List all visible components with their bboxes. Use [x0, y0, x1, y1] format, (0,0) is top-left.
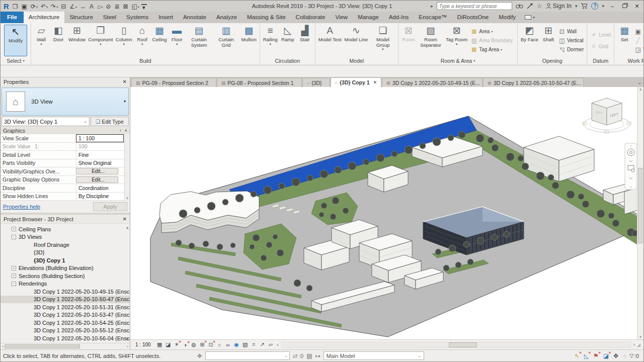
view-tab[interactable]: ⌂ {3D} — [302, 78, 330, 87]
ribbon-tab[interactable]: Modify — [494, 12, 521, 23]
visual-style[interactable]: ◪ — [164, 341, 173, 348]
selection-filter[interactable]: ▽ :0 — [629, 352, 639, 359]
hide-analytical-model[interactable]: ⌗ — [250, 341, 258, 348]
ribbon-tab[interactable]: Collaborate — [291, 12, 331, 23]
ribbon-button[interactable]: ◩By Face — [519, 24, 540, 57]
properties-help-link[interactable]: Properties help — [3, 204, 40, 210]
property-row[interactable]: Detail Level Fine — [1, 151, 124, 159]
viewcube[interactable]: LEFT LEFT — [583, 98, 631, 133]
tree-scroll-down-icon[interactable]: ∨ — [126, 337, 129, 341]
expand-icon[interactable]: + — [12, 274, 16, 278]
ribbon-small-button[interactable]: ◲Viewer — [633, 45, 643, 54]
design-options-icon[interactable]: ▤ — [306, 352, 312, 359]
ribbon-tab[interactable]: Architecture — [24, 12, 64, 23]
favorites-star-icon[interactable]: ☆ — [537, 3, 542, 10]
default-3d-view[interactable]: ⌂▾ — [96, 2, 104, 11]
ribbon-button[interactable]: ∿Model Line — [343, 24, 369, 57]
measure[interactable]: ∠▾ — [68, 2, 78, 11]
revit-logo[interactable]: R — [3, 2, 11, 11]
ribbon-small-button[interactable]: ▣Show — [633, 27, 643, 36]
lock-3d-view[interactable]: ○ — [215, 342, 224, 348]
design-options-pick-icon[interactable]: ↦ — [315, 352, 320, 359]
ribbon-tab[interactable]: Systems — [121, 12, 153, 23]
ribbon-tab[interactable]: Analyze — [211, 12, 242, 23]
thin-lines[interactable]: ≣ — [113, 2, 121, 11]
properties-filter-combo[interactable]: 3D View: {3D} Copy 1 ⌄ — [2, 117, 90, 126]
tree-item[interactable]: 3D Copy 1 2022-05-20-10-53-47 (Enscape — [1, 311, 130, 319]
print[interactable]: ⊟ — [60, 2, 67, 11]
panel-label-room-area[interactable]: Room & Area▾ — [398, 57, 517, 65]
temporary-hide-isolate[interactable]: ∞ — [224, 342, 232, 348]
ribbon-tab[interactable]: Enscape™ — [414, 12, 452, 23]
section[interactable]: ⊘ — [105, 2, 112, 11]
ribbon-button[interactable]: ▦Ceiling — [151, 24, 169, 57]
active-workset-combo[interactable]: ⌄ — [205, 351, 290, 360]
close-icon[interactable]: ✕ — [123, 79, 127, 84]
property-row[interactable]: Scale Value 1: 100 — [1, 143, 124, 151]
expand-icon[interactable]: + — [12, 227, 16, 231]
tree-item[interactable]: 3D Copy 1 2022-05-20-10-54-25 (Enscape — [1, 319, 130, 327]
search-icon[interactable] — [516, 3, 523, 9]
ribbon-small-button[interactable]: ⊠Tag Area▾ — [469, 45, 516, 54]
project-browser-header[interactable]: Project Browser - 3D Project ✕ — [1, 215, 130, 224]
ribbon-button[interactable]: ❏Model Group▾ — [369, 24, 396, 57]
help-icon[interactable]: ? — [591, 3, 598, 10]
undo[interactable]: ↶▾ — [40, 2, 49, 11]
tree-item[interactable]: 3D Copy 1 2022-05-20-10-50-47 (Enscape — [1, 296, 130, 304]
sun-path[interactable]: ☀ — [173, 341, 181, 348]
horizontal-scrollbar[interactable] — [281, 342, 631, 348]
sign-in-dropdown-icon[interactable]: ▾ — [575, 4, 578, 9]
ribbon-tab[interactable]: File — [1, 12, 24, 23]
customize-qat[interactable]: ▾ — [141, 4, 147, 10]
ribbon-button[interactable]: ▤Curtain System — [186, 24, 213, 57]
expand-icon[interactable]: − — [12, 282, 16, 286]
select-pinned-elements-toggle[interactable]: ⚑ — [593, 352, 599, 359]
communication-center-icon[interactable] — [527, 3, 533, 9]
open[interactable]: ❒ — [12, 2, 20, 11]
restore-button[interactable] — [622, 4, 627, 8]
collapse-all-icon[interactable]: » — [118, 129, 122, 131]
sync-with-central[interactable]: ⟳▾ — [30, 2, 39, 11]
tree-item[interactable]: + Elevations (Building Elevation) — [1, 264, 130, 273]
minimize-button[interactable]: – — [608, 3, 617, 9]
ribbon-button[interactable]: ▨Room Separator — [417, 24, 444, 57]
ribbon-button[interactable]: ⊠Room — [400, 24, 417, 57]
view-tab[interactable]: ◍ 3D Copy 1 2022-05-20-10-50-47 (E... — [483, 78, 584, 87]
navigation-bar[interactable] — [625, 143, 637, 190]
selection-indicator[interactable]: ○ — [623, 352, 626, 359]
tab-overflow-icon[interactable]: ⌄ — [637, 80, 641, 85]
search-collapse-icon[interactable]: ▸ — [431, 4, 433, 9]
ribbon-tab[interactable]: Add-Ins — [384, 12, 414, 23]
hscroll-right-icon[interactable]: › — [632, 342, 636, 347]
ribbon-button[interactable]: ⊞Window — [67, 24, 87, 57]
vertical-scrollbar[interactable]: ∧ ∨ — [637, 87, 643, 339]
drag-elements-on-selection-toggle[interactable]: ✥ — [613, 352, 618, 359]
ribbon-button[interactable]: ◺Ramp — [279, 24, 296, 57]
view-tab[interactable]: ▤ PG-09 - Proposed Section 2 — [131, 78, 216, 87]
tree-item[interactable]: − Renderings — [1, 280, 130, 288]
ribbon-tab[interactable]: Manage — [353, 12, 384, 23]
tree-horizontal-scrollbar[interactable]: ‹ › — [1, 343, 130, 349]
crop-view[interactable]: ⊞ — [198, 341, 207, 348]
modify-button[interactable]: ↖ Modify — [4, 25, 27, 56]
ribbon-small-button[interactable]: ⊠Area▾ — [469, 27, 516, 36]
ribbon-button[interactable]: ⊞Shaft — [540, 24, 557, 57]
switch-windows[interactable]: ◱▾ — [131, 2, 140, 11]
ribbon-button[interactable]: ⌂Roof▾ — [134, 24, 151, 57]
view-scale-button[interactable]: 1 : 100 — [132, 342, 154, 347]
displacement-sets[interactable]: ↗ — [258, 341, 267, 348]
ribbon-small-button[interactable]: ╱Ref Plane — [633, 36, 643, 45]
close-button[interactable]: ✕ — [632, 3, 641, 10]
tree-item[interactable]: + Area Plans (Gross Building) — [1, 342, 130, 343]
ribbon-display-toggle[interactable]: ▾ — [525, 12, 535, 23]
ribbon-button[interactable]: ❒Component▾ — [87, 24, 114, 57]
resize-grip[interactable]: ◢ — [637, 342, 642, 348]
close-tab-icon[interactable]: ✕ — [373, 80, 377, 85]
ribbon-tab[interactable]: Insert — [153, 12, 178, 23]
show-crop-region[interactable]: ⊡ — [207, 341, 215, 348]
property-row[interactable]: View Scale 1 : 100 — [1, 134, 124, 143]
editing-requests[interactable]: ⇄ :0 — [293, 352, 303, 359]
ribbon-small-button[interactable]: ◫Vertical — [557, 36, 585, 45]
search-input[interactable] — [437, 2, 512, 10]
tree-item[interactable]: {3D} — [1, 249, 130, 257]
